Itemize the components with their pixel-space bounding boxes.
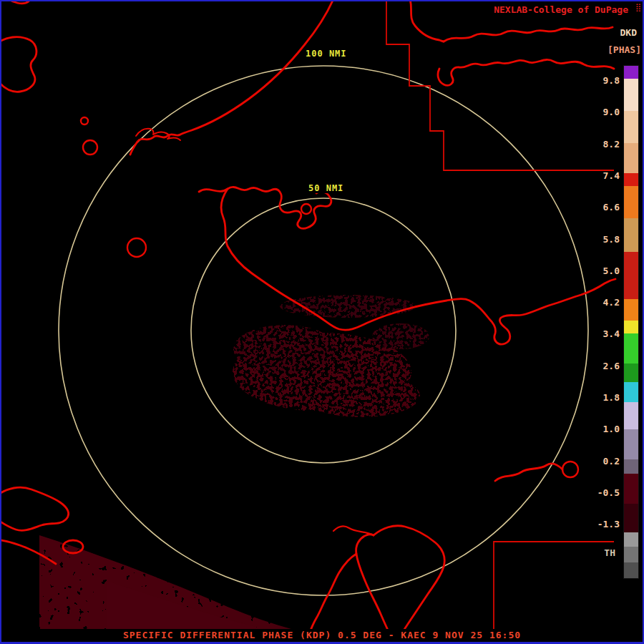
- cod-logo-icon: ⣿: [635, 3, 641, 12]
- lake-tail-southwest: [306, 554, 356, 641]
- colorbar: [624, 66, 638, 578]
- coastline-northeast-inlet: [409, 0, 444, 42]
- coastline-island-southwest: [0, 487, 69, 530]
- coastline-bay-main: [221, 189, 615, 344]
- colorbar-segment: [624, 321, 638, 333]
- colorbar-segment: [624, 402, 638, 429]
- colorbar-segment: [624, 252, 638, 299]
- colorbar-segment: [624, 532, 638, 547]
- lake-circle-3: [562, 462, 578, 477]
- frame-border-left: [0, 0, 1, 644]
- river-southeast: [495, 464, 562, 481]
- range-ring-label-100nmi: 100 NMI: [303, 49, 349, 59]
- colorbar-segment: [624, 429, 638, 459]
- radar-echoes: [233, 295, 429, 417]
- colorbar-segment: [624, 382, 638, 402]
- colorbar-segment: [624, 299, 638, 321]
- colorbar-segment: [624, 562, 638, 578]
- colorbar-segment: [624, 364, 638, 382]
- coastline-northeast-upper: [444, 27, 613, 42]
- lake-circle-1: [83, 140, 97, 155]
- coastlines: [0, 0, 615, 644]
- lake-outline-west: [356, 535, 395, 644]
- frame-border-top: [0, 0, 644, 1]
- colorbar-threshold-label: TH: [604, 547, 615, 558]
- lake-circle-2: [127, 238, 146, 257]
- colorbar-segment: [624, 474, 638, 504]
- lake-connector-west: [333, 526, 374, 535]
- colorbar-segment: [624, 218, 638, 252]
- coastline-northeast-lower: [438, 59, 614, 85]
- colorbar-segment: [624, 459, 638, 474]
- radar-display: 100 NMI 50 NMI NEXLAB-College of DuPage …: [0, 0, 644, 644]
- colorbar-segment: [624, 186, 638, 218]
- units-label: [PHAS]: [608, 44, 641, 55]
- colorbar-segment: [624, 111, 638, 143]
- colorbar-segment: [624, 547, 638, 562]
- product-caption: SPECIFIC DIFFERENTIAL PHASE (KDP) 0.5 DE…: [0, 629, 644, 642]
- nexlab-brand-text: NEXLAB-College of DuPage: [494, 4, 628, 15]
- colorbar-segment: [624, 79, 638, 111]
- lake-circle-4: [301, 204, 311, 214]
- colorbar-segment: [624, 333, 638, 364]
- radar-map-canvas: [0, 0, 644, 644]
- colorbar-segment: [624, 173, 638, 186]
- range-ring-label-50nmi: 50 NMI: [306, 183, 346, 193]
- colorbar-segment: [624, 143, 638, 173]
- coastline-island-northwest: [0, 37, 36, 92]
- colorbar-segment: [624, 504, 638, 532]
- lake-circle-5: [81, 117, 88, 125]
- product-code-label: DKD: [620, 27, 637, 38]
- colorbar-segment: [624, 66, 638, 79]
- lake-outline-east: [374, 526, 444, 644]
